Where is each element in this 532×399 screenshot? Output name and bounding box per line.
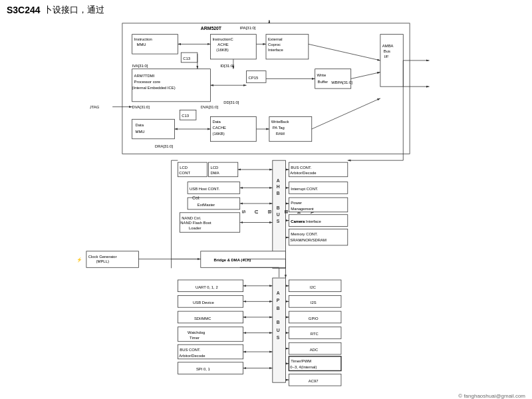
svg-text:Arbitor/Decode: Arbitor/Decode	[290, 171, 316, 175]
svg-text:WriteBack: WriteBack	[271, 120, 289, 124]
svg-text:BUS CONT.: BUS CONT.	[180, 348, 201, 352]
svg-text:Coproc: Coproc	[268, 43, 281, 47]
svg-text:CP15: CP15	[248, 76, 258, 80]
svg-rect-115	[86, 251, 139, 268]
svg-text:MMU: MMU	[137, 43, 146, 47]
svg-text:WBPA[31:0]: WBPA[31:0]	[331, 80, 352, 84]
svg-text:CONT: CONT	[179, 171, 190, 175]
svg-text:Loader: Loader	[189, 226, 201, 230]
svg-text:SPI 0, 1: SPI 0, 1	[196, 367, 210, 371]
svg-text:ExtMaster: ExtMaster	[198, 203, 215, 207]
svg-text:Clock Generator: Clock Generator	[88, 255, 117, 259]
svg-text:CACHE: CACHE	[212, 126, 226, 130]
svg-text:LCD: LCD	[211, 166, 219, 170]
svg-text:(16KB): (16KB)	[216, 48, 228, 52]
svg-text:(16KB): (16KB)	[212, 132, 224, 136]
svg-text:MMU: MMU	[136, 130, 145, 134]
svg-text:RTC: RTC	[311, 332, 319, 336]
svg-text:Memory CONT.: Memory CONT.	[291, 232, 318, 236]
svg-text:IPA[31:0]: IPA[31:0]	[240, 26, 256, 30]
svg-text:NAND Flash Boot: NAND Flash Boot	[180, 221, 211, 225]
page-footer: © fanghaoshuai@gmail.com	[458, 393, 525, 399]
chip-title: S3C244	[7, 5, 41, 15]
svg-text:Data: Data	[212, 120, 221, 124]
svg-text:(MPLL): (MPLL)	[96, 259, 109, 263]
svg-text:Bus: Bus	[384, 49, 390, 53]
svg-text:Timer/PWM: Timer/PWM	[291, 359, 311, 363]
svg-text:JTAG: JTAG	[90, 105, 100, 109]
svg-text:DRA[31:0]: DRA[31:0]	[155, 144, 173, 148]
svg-text:ARM520T: ARM520T	[201, 26, 222, 31]
svg-text:SDI/MMC: SDI/MMC	[194, 317, 211, 321]
svg-text:GPIO: GPIO	[309, 317, 319, 321]
svg-text:Management: Management	[291, 207, 314, 211]
svg-text:B: B	[283, 210, 289, 214]
svg-text:External: External	[268, 37, 283, 41]
svg-text:InstructionC: InstructionC	[212, 37, 233, 41]
svg-text:Buffer: Buffer	[318, 80, 329, 84]
svg-text:B: B	[277, 306, 280, 311]
svg-text:B: B	[277, 320, 280, 325]
svg-rect-111	[289, 229, 347, 245]
svg-text:I2C: I2C	[310, 285, 317, 289]
svg-text:Write: Write	[317, 73, 327, 77]
page-header: S3C244 卜设接口，通过	[0, 0, 532, 20]
copyright-text: © fanghaoshuai@gmail.com	[458, 393, 525, 399]
svg-text:S: S	[277, 219, 280, 223]
svg-text:ID[31:0]: ID[31:0]	[220, 64, 234, 68]
svg-text:P: P	[277, 298, 280, 303]
svg-text:Camera Interface: Camera Interface	[291, 219, 321, 223]
svg-text:Interrupt CONT.: Interrupt CONT.	[291, 187, 319, 191]
svg-text:B: B	[277, 205, 280, 210]
svg-text:SRAM/NOR/SDRAM: SRAM/NOR/SDRAM	[290, 238, 327, 242]
svg-text:ADC: ADC	[310, 348, 319, 352]
svg-text:C13: C13	[183, 57, 191, 61]
svg-text:Timer: Timer	[190, 336, 200, 340]
svg-text:AMBA: AMBA	[382, 44, 394, 48]
svg-text:AC97: AC97	[309, 379, 319, 383]
svg-text:0~3, 4(Internal): 0~3, 4(Internal)	[290, 365, 317, 369]
svg-text:C13: C13	[182, 114, 190, 118]
svg-text:IVA[31:0]: IVA[31:0]	[132, 64, 148, 68]
svg-text:Arbitor/Decode: Arbitor/Decode	[179, 354, 205, 358]
svg-text:⚡: ⚡	[76, 257, 82, 263]
svg-text:Interface: Interface	[268, 48, 283, 52]
svg-text:ARM7TDMI: ARM7TDMI	[134, 74, 155, 78]
svg-text:S: S	[277, 335, 280, 340]
svg-text:DMA: DMA	[211, 171, 219, 175]
svg-text:Cot: Cot	[192, 196, 200, 200]
svg-text:B: B	[277, 191, 280, 196]
svg-text:B: B	[267, 210, 273, 214]
svg-text:UART 0, 1, 2: UART 0, 1, 2	[196, 285, 218, 289]
svg-rect-148	[178, 362, 243, 374]
svg-text:Power: Power	[291, 201, 302, 205]
svg-rect-21	[380, 35, 403, 87]
svg-text:BUS CONT.: BUS CONT.	[291, 166, 312, 170]
svg-text:A: A	[277, 291, 280, 295]
svg-text:S: S	[241, 210, 247, 213]
svg-text:LCD: LCD	[180, 166, 188, 170]
svg-text:DVA[31:0]: DVA[31:0]	[201, 105, 219, 109]
block-diagram: text { font-family: Arial, sans-serif; f…	[0, 20, 532, 389]
svg-text:Watchdog: Watchdog	[188, 331, 205, 334]
svg-text:PA Tag: PA Tag	[273, 126, 285, 130]
svg-text:Processor core: Processor core	[134, 80, 161, 84]
svg-text:I2S: I2S	[311, 301, 317, 305]
svg-text:NAND Ctrl.: NAND Ctrl.	[182, 216, 201, 220]
svg-text:H: H	[277, 184, 280, 189]
svg-text:ACHE: ACHE	[217, 43, 228, 47]
svg-text:USB Host CONT.: USB Host CONT.	[190, 187, 219, 191]
svg-text:(Internal Embedded ICE): (Internal Embedded ICE)	[132, 86, 176, 90]
svg-text:U: U	[277, 328, 280, 332]
svg-text:Data: Data	[136, 123, 144, 127]
diagram-container: text { font-family: Arial, sans-serif; f…	[0, 20, 532, 389]
svg-text:DD[31:0]: DD[31:0]	[223, 100, 239, 104]
svg-text:I/F: I/F	[384, 55, 389, 59]
svg-text:U: U	[253, 210, 259, 214]
svg-text:A: A	[277, 178, 280, 183]
svg-text:U: U	[277, 212, 280, 217]
svg-text:RAM: RAM	[276, 132, 285, 136]
svg-text:USB Device: USB Device	[193, 301, 214, 305]
svg-text:Instruction: Instruction	[134, 37, 152, 41]
svg-text:DVA[31:0]: DVA[31:0]	[132, 105, 150, 109]
